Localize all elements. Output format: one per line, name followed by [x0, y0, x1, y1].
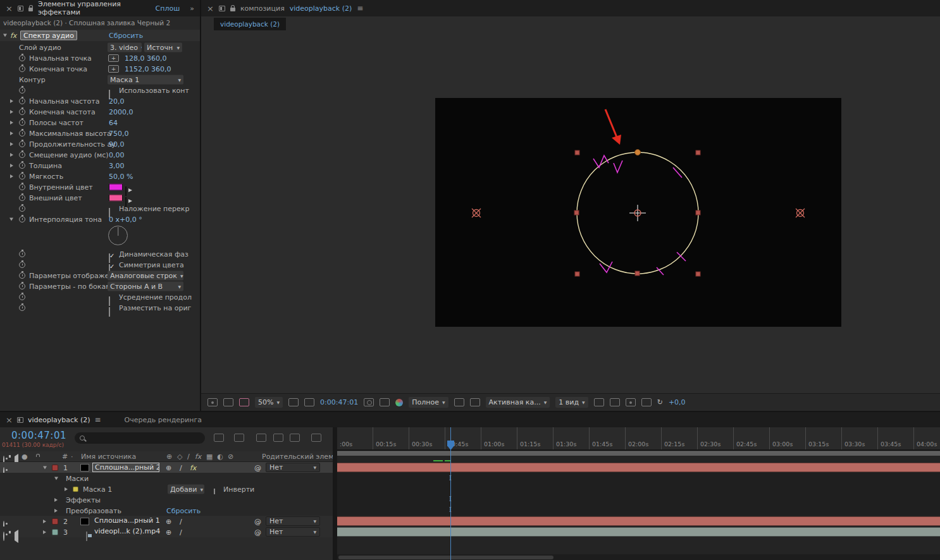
- quality-switch-icon[interactable]: /: [180, 528, 182, 536]
- composition-viewer-tab[interactable]: videoplayback (2): [214, 18, 286, 30]
- group-label[interactable]: Преобразовать: [66, 506, 121, 514]
- mask-name[interactable]: Маска 1: [83, 485, 112, 493]
- draft-3d-icon[interactable]: [234, 434, 244, 442]
- effect-name[interactable]: Спектр аудио: [20, 31, 77, 40]
- fast-previews-icon[interactable]: [626, 398, 636, 406]
- group-label[interactable]: Маски: [66, 474, 89, 482]
- expander-icon[interactable]: [43, 466, 47, 469]
- anchor-switch-icon[interactable]: ⊕: [166, 517, 171, 525]
- tab-timeline[interactable]: videoplayback (2): [28, 416, 90, 424]
- stopwatch-icon[interactable]: [19, 87, 25, 94]
- layer-row-1[interactable]: 1 Сплошна...рный 2 ⊕ / fx @ Нет▼: [0, 462, 333, 473]
- tab-render-queue[interactable]: Очередь рендеринга: [125, 416, 202, 424]
- motion-blur-icon[interactable]: [290, 434, 300, 442]
- expander-icon[interactable]: [10, 131, 13, 135]
- fx-switch-icon[interactable]: fx: [190, 463, 196, 472]
- stopwatch-icon[interactable]: [19, 262, 25, 268]
- expander-icon[interactable]: [10, 164, 13, 167]
- masks-group-row[interactable]: Маски: [0, 473, 333, 484]
- property-value[interactable]: 20,0: [109, 97, 125, 105]
- reset-exposure-icon[interactable]: ↻: [657, 398, 663, 406]
- expander-icon[interactable]: [10, 174, 13, 178]
- time-ruler[interactable]: :00s 00:15s 00:30s 00:45s 01:00s 01:15s …: [337, 427, 940, 450]
- mask-color-chip[interactable]: [73, 486, 78, 492]
- mask-mode-dropdown[interactable]: Добави▼: [168, 484, 204, 494]
- property-value[interactable]: 0 x+0,0 °: [109, 215, 142, 223]
- outer-color-swatch[interactable]: [109, 194, 123, 201]
- layer-name[interactable]: videopl...k (2).mp4: [92, 527, 162, 537]
- point-crosshair-button[interactable]: +: [108, 65, 119, 73]
- resolution-dropdown[interactable]: Полное▼: [409, 397, 448, 408]
- timeline-horizontal-scrollbar[interactable]: [337, 554, 940, 560]
- stopwatch-icon[interactable]: [19, 55, 25, 61]
- label-color-chip[interactable]: [52, 518, 58, 525]
- layer-name[interactable]: Сплошна...рный 1: [92, 516, 162, 526]
- side-options-dropdown[interactable]: Стороны А и В▼: [108, 281, 183, 291]
- anchor-switch-icon[interactable]: ⊕: [166, 463, 171, 472]
- tab-effect-controls-layer[interactable]: Сплош: [156, 4, 180, 13]
- expander-icon[interactable]: [54, 498, 58, 502]
- expander-icon[interactable]: [9, 217, 13, 221]
- composition-viewport[interactable]: [201, 30, 940, 393]
- stopwatch-icon[interactable]: [19, 251, 25, 257]
- transform-group-row[interactable]: Преобразовать Сбросить: [0, 505, 333, 516]
- layer-row-2[interactable]: 2 Сплошна...рный 1 ⊕ / @ Нет▼: [0, 516, 333, 527]
- composition-frame[interactable]: [435, 98, 841, 327]
- snapshot-camera-icon[interactable]: [364, 398, 374, 406]
- close-icon[interactable]: ×: [6, 415, 13, 425]
- pickwhip-icon[interactable]: @: [254, 463, 261, 472]
- quality-switch-icon[interactable]: /: [180, 463, 182, 472]
- composition-canvas[interactable]: [435, 98, 841, 327]
- group-label[interactable]: Эффекты: [66, 496, 101, 504]
- panel-menu-icon[interactable]: ≡: [94, 415, 101, 424]
- stopwatch-icon[interactable]: [19, 184, 25, 190]
- property-value[interactable]: 3,00: [109, 161, 125, 169]
- panel-menu-icon[interactable]: ≡: [357, 4, 363, 13]
- property-value[interactable]: 50,0 %: [109, 172, 133, 180]
- parent-dropdown[interactable]: Нет▼: [266, 527, 320, 537]
- property-value[interactable]: 128,0 360,0: [125, 54, 166, 62]
- share-view-icon[interactable]: [594, 398, 604, 406]
- reset-transform-link[interactable]: Сбросить: [166, 506, 201, 514]
- stopwatch-icon[interactable]: [19, 66, 25, 72]
- expander-icon[interactable]: [10, 110, 13, 114]
- expander-icon[interactable]: [54, 509, 58, 513]
- reset-effect-link[interactable]: Сбросить: [109, 32, 143, 40]
- stopwatch-icon[interactable]: [19, 130, 25, 137]
- frame-blending-icon[interactable]: [273, 434, 283, 442]
- expander-icon[interactable]: [65, 487, 68, 491]
- main-viewer-icon[interactable]: [223, 398, 233, 406]
- timeline-panel-divider[interactable]: [333, 427, 337, 560]
- stopwatch-icon[interactable]: [19, 305, 25, 311]
- graph-editor-icon[interactable]: [311, 434, 321, 442]
- quality-switch-icon[interactable]: /: [180, 517, 182, 525]
- comp-flowchart-icon[interactable]: [214, 434, 224, 442]
- mask-visibility-icon[interactable]: [304, 398, 314, 406]
- region-of-interest-icon[interactable]: [454, 398, 464, 406]
- audio-source-dropdown[interactable]: Источн▼: [144, 42, 182, 52]
- parent-dropdown[interactable]: Нет▼: [266, 516, 320, 526]
- grid-guides-icon[interactable]: [288, 398, 299, 406]
- property-value[interactable]: 0,00: [109, 150, 125, 159]
- timeline-track-area[interactable]: :00s 00:15s 00:30s 00:45s 01:00s 01:15s …: [337, 427, 940, 560]
- show-snapshot-icon[interactable]: [380, 398, 390, 406]
- pickwhip-icon[interactable]: @: [254, 528, 261, 536]
- layer-row-3[interactable]: 3 videopl...k (2).mp4 ⊕ / @ Нет▼: [0, 527, 333, 537]
- camera-dropdown[interactable]: Активная ка...▼: [486, 397, 550, 408]
- effect-header-row[interactable]: fx Спектр аудио Сбросить: [0, 30, 200, 41]
- property-value[interactable]: 750,0: [109, 129, 129, 137]
- property-value[interactable]: 1152,0 360,0: [125, 64, 171, 73]
- stopwatch-icon[interactable]: [19, 283, 25, 289]
- work-area-bar[interactable]: [337, 451, 940, 456]
- composite-checkbox[interactable]: [109, 307, 110, 317]
- timeline-button-icon[interactable]: [641, 398, 652, 406]
- eye-icon[interactable]: [3, 532, 4, 541]
- pixel-aspect-correction-icon[interactable]: [610, 398, 620, 406]
- stopwatch-icon[interactable]: [19, 272, 25, 279]
- expander-icon[interactable]: [10, 99, 13, 103]
- lock-icon[interactable]: [230, 8, 235, 11]
- close-icon[interactable]: ×: [207, 4, 214, 13]
- expander-icon[interactable]: [3, 34, 7, 37]
- tab-effect-controls[interactable]: Элементы управления эффектами: [38, 0, 151, 16]
- anchor-switch-icon[interactable]: ⊕: [166, 528, 171, 536]
